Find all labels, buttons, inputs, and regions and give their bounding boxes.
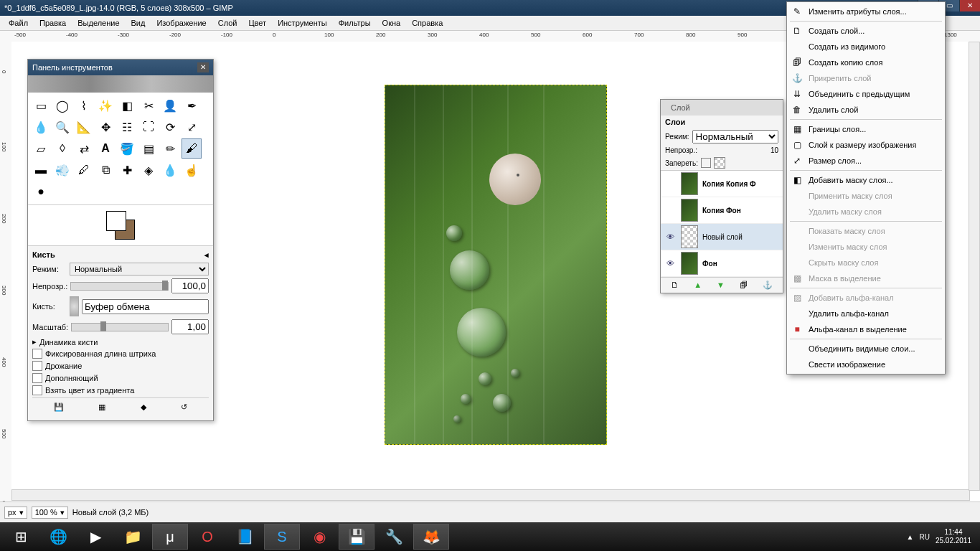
shear-tool[interactable]: ▱ [31,138,51,159]
check-gradient-color[interactable] [32,385,42,395]
tray-clock[interactable]: 11:44 25.02.2011 [936,528,971,545]
scrollbar-vertical[interactable] [969,42,980,491]
layer-row[interactable]: Копия Копия Ф [661,171,783,197]
flip-tool[interactable]: ⇄ [74,138,94,159]
check-incremental[interactable] [32,373,42,383]
image-canvas[interactable] [385,85,607,445]
close-button[interactable]: ✕ [959,0,980,11]
foreground-select-tool[interactable]: 👤 [160,95,180,116]
anchor-layer-icon[interactable]: ⚓ [763,281,773,290]
dodge-tool[interactable]: ● [31,182,51,202]
check-fixed-length[interactable] [32,349,42,359]
brush-tool[interactable]: 🖌 [182,138,202,159]
taskbar-app-icon[interactable]: ◉ [301,524,337,550]
scissors-tool[interactable]: ✂ [138,95,159,116]
heal-tool[interactable]: ✚ [117,160,137,180]
ink-tool[interactable]: 🖊 [74,160,94,180]
clone-tool[interactable]: ⧉ [95,160,116,180]
menu-filters[interactable]: Фильтры [333,17,377,29]
paths-tool[interactable]: ✒ [182,95,202,116]
new-layer-icon[interactable]: 🗋 [671,281,679,290]
ellipse-select-tool[interactable]: ◯ [52,95,72,116]
tray-flag-icon[interactable]: ▲ [907,533,914,541]
fg-color-swatch[interactable] [106,211,126,231]
lower-layer-icon[interactable]: ▼ [717,281,725,290]
bucket-tool[interactable]: 🪣 [117,138,137,159]
menu-edit[interactable]: Правка [34,17,72,29]
eraser-tool[interactable]: ▬ [31,160,51,180]
lock-pixels-check[interactable] [701,158,711,168]
menu-tools[interactable]: Инструменты [272,17,333,29]
check-jitter[interactable] [32,361,42,371]
delete-options-icon[interactable]: ◆ [141,402,146,412]
smudge-tool[interactable]: ☝ [182,160,202,180]
layer-name[interactable]: Фон [702,260,717,268]
context-menu-item[interactable]: ✎Изменить атрибуты слоя... [787,4,945,19]
taskbar-skype-icon[interactable]: S [264,524,300,550]
pencil-tool[interactable]: ✏ [160,138,180,159]
brush-dynamics-expander[interactable]: ▸ Динамика кисти [32,337,209,347]
layer-row[interactable]: 👁Новый слой [661,224,783,250]
taskbar-save-icon[interactable]: 💾 [339,524,374,550]
context-menu-item[interactable]: Свести изображение [787,357,945,372]
brush-name[interactable] [82,299,209,314]
opacity-slider[interactable] [70,282,169,291]
scale-tool[interactable]: ⤢ [182,117,202,137]
rect-select-tool[interactable]: ▭ [31,95,51,116]
context-menu-item[interactable]: ⤢Размер слоя... [787,153,945,169]
context-menu-item[interactable]: 🗐Создать копию слоя [787,55,945,70]
taskbar-notes-icon[interactable]: 📘 [227,524,263,550]
gradient-tool[interactable]: ▤ [138,138,159,159]
lasso-tool[interactable]: ⌇ [74,95,94,116]
raise-layer-icon[interactable]: ▲ [694,281,702,290]
scale-value[interactable] [171,319,209,334]
options-menu-icon[interactable]: ◂ [204,250,209,260]
mode-select[interactable]: Нормальный [70,263,209,276]
scale-slider[interactable] [71,323,169,331]
unit-select[interactable]: px ▾ [4,507,27,519]
taskbar-ie-icon[interactable]: 🌐 [40,524,76,550]
taskbar-gimp-icon[interactable]: 🦊 [413,524,449,550]
airbrush-tool[interactable]: 💨 [52,160,72,180]
context-menu-item[interactable]: 🗋Создать слой... [787,23,945,39]
taskbar-explorer-icon[interactable]: 📁 [115,524,151,550]
perspective-clone-tool[interactable]: ◈ [138,160,159,180]
taskbar-utorrent-icon[interactable]: μ [152,524,188,550]
menu-windows[interactable]: Окна [377,17,407,29]
context-menu-item[interactable]: ⇊Объединить с предыдущим [787,86,945,102]
toolbox-titlebar[interactable]: Панель инструментов ✕ [28,60,213,75]
context-menu-item[interactable]: 🗑Удалить слой [787,102,945,118]
tray-lang[interactable]: RU [919,533,929,541]
reset-options-icon[interactable]: ↺ [181,402,187,412]
measure-tool[interactable]: 📐 [74,117,94,137]
context-menu-item[interactable]: ■Альфа-канал в выделение [787,321,945,337]
lock-alpha-icon[interactable] [714,157,725,169]
menu-help[interactable]: Справка [406,17,448,29]
scrollbar-horizontal[interactable] [11,489,970,501]
toolbox-close-icon[interactable]: ✕ [197,62,209,72]
menu-select[interactable]: Выделение [72,17,125,29]
context-menu-item[interactable]: Создать из видимого [787,39,945,55]
blur-tool[interactable]: 💧 [160,160,180,180]
layer-name[interactable]: Новый слой [702,233,743,241]
text-tool[interactable]: A [95,138,116,159]
perspective-tool[interactable]: ◊ [52,138,72,159]
crop-tool[interactable]: ⛶ [138,117,159,137]
align-tool[interactable]: ☷ [117,117,137,137]
menu-layer[interactable]: Слой [212,17,243,29]
context-menu-item[interactable]: ▦Границы слоя... [787,121,945,137]
save-options-icon[interactable]: 💾 [54,402,64,412]
menu-color[interactable]: Цвет [242,17,272,29]
layer-row[interactable]: 👁Фон [661,250,783,277]
layer-row[interactable]: Копия Фон [661,197,783,224]
context-menu-item[interactable]: ▢Слой к размеру изображения [787,137,945,153]
layer-name[interactable]: Копия Копия Ф [702,180,756,188]
zoom-tool[interactable]: 🔍 [52,117,72,137]
duplicate-layer-icon[interactable]: 🗐 [740,281,748,290]
taskbar-tool-icon[interactable]: 🔧 [376,524,412,550]
layer-name[interactable]: Копия Фон [702,207,741,215]
layer-mode-select[interactable]: Нормальный [692,130,778,143]
zoom-select[interactable]: 100 % ▾ [32,507,68,519]
context-menu-item[interactable]: Удалить альфа-канал [787,306,945,321]
menu-file[interactable]: Файл [3,17,34,29]
